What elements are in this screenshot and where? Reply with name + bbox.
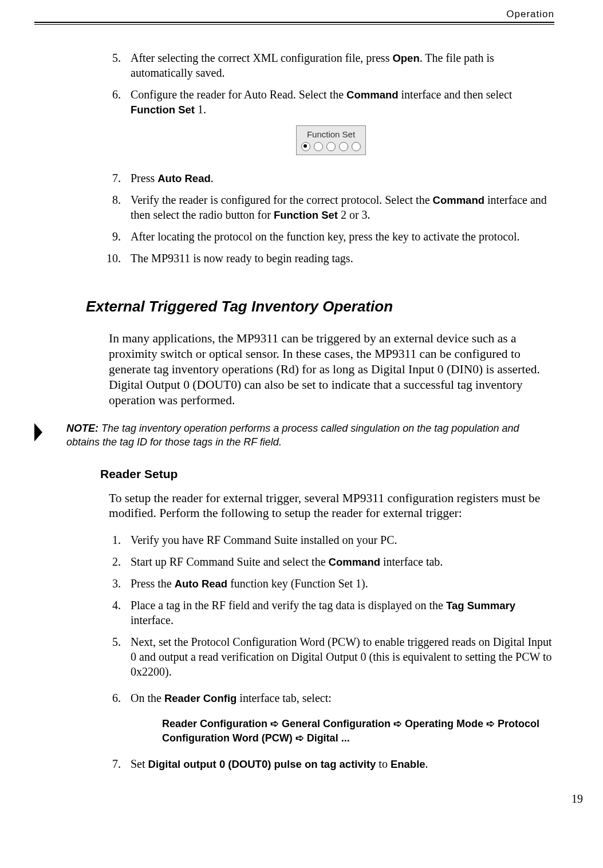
radio-option-4[interactable] <box>339 142 348 151</box>
radio-option-3[interactable] <box>326 142 336 151</box>
bold-command: Command <box>346 89 398 101</box>
config-navigation-path: Reader Configuration ➪ General Configura… <box>162 717 554 745</box>
bold-dout0-setting: Digital output 0 (DOUT0) pulse on tag ac… <box>148 758 376 770</box>
list-item: Configure the reader for Auto Read. Sele… <box>124 87 554 164</box>
note-body: The tag inventory operation performs a p… <box>66 423 519 447</box>
procedure-list-2: Verify you have RF Command Suite install… <box>109 532 554 771</box>
list-item: Press Auto Read. <box>124 171 554 186</box>
radio-option-1[interactable] <box>301 142 310 151</box>
bold-function-set: Function Set <box>274 209 338 221</box>
radio-option-2[interactable] <box>314 142 323 151</box>
list-item: After locating the protocol on the funct… <box>124 229 554 244</box>
arrow-icon: ➪ <box>486 718 495 729</box>
list-item: Next, set the Protocol Configuration Wor… <box>124 634 554 679</box>
procedure-list-1: After selecting the correct XML configur… <box>109 50 554 266</box>
list-item: Verify the reader is configured for the … <box>124 192 554 222</box>
function-set-widget: Function Set <box>296 125 366 155</box>
note-block: NOTE: The tag inventory operation perfor… <box>34 422 554 449</box>
list-item: After selecting the correct XML configur… <box>124 50 554 80</box>
running-header: Operation <box>34 9 554 20</box>
note-arrow-icon <box>34 423 42 441</box>
bold-command: Command <box>433 194 484 206</box>
list-item: Set Digital output 0 (DOUT0) pulse on ta… <box>124 756 554 771</box>
section-heading-external-triggered: External Triggered Tag Inventory Operati… <box>86 297 554 317</box>
section-paragraph: In many applications, the MP9311 can be … <box>109 331 554 408</box>
list-item: Place a tag in the RF field and verify t… <box>124 598 554 628</box>
bold-command: Command <box>329 556 380 568</box>
radio-option-5[interactable] <box>352 142 361 151</box>
list-item: The MP9311 is now ready to begin reading… <box>124 251 554 266</box>
bold-enable: Enable <box>391 758 425 770</box>
bold-auto-read: Auto Read <box>157 172 211 184</box>
bold-auto-read: Auto Read <box>175 578 228 590</box>
list-item: Press the Auto Read function key (Functi… <box>124 576 554 591</box>
list-item: Start up RF Command Suite and select the… <box>124 554 554 569</box>
arrow-icon: ➪ <box>270 718 279 729</box>
bold-reader-config: Reader Config <box>164 692 237 704</box>
subsection-paragraph: To setup the reader for external trigger… <box>109 491 554 522</box>
page-number: 19 <box>109 791 583 806</box>
arrow-icon: ➪ <box>295 732 304 744</box>
bold-function-set: Function Set <box>131 104 195 116</box>
list-item: On the Reader Config interface tab, sele… <box>124 691 554 745</box>
function-set-label: Function Set <box>306 129 356 139</box>
bold-tag-summary: Tag Summary <box>446 599 515 611</box>
bold-open: Open <box>392 52 419 64</box>
arrow-icon: ➪ <box>393 718 402 729</box>
note-label: NOTE: <box>66 423 98 434</box>
subsection-heading-reader-setup: Reader Setup <box>100 466 554 482</box>
list-item: Verify you have RF Command Suite install… <box>124 532 554 547</box>
